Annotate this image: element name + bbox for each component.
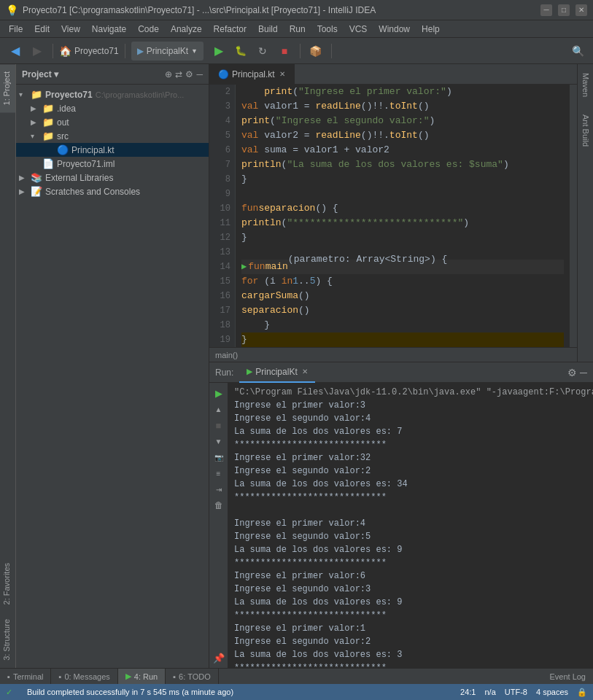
kotlin-file-icon: 🔵	[57, 144, 69, 155]
rerun-btn[interactable]: ▶	[212, 386, 226, 400]
ant-build-tab[interactable]: Ant Build	[579, 109, 592, 152]
status-indent[interactable]: 4 spaces	[536, 688, 568, 696]
minimize-button[interactable]: ─	[540, 4, 552, 16]
tree-arrow-out: ▶	[31, 118, 42, 126]
editor-tab-principal[interactable]: 🔵 Principal.kt ✕	[209, 64, 295, 85]
sidebar-item-project[interactable]: 1: Project	[0, 64, 15, 112]
menu-bar: File Edit View Navigate Code Analyze Ref…	[0, 20, 593, 38]
project-icon: 🏠	[59, 45, 71, 57]
project-settings-btn[interactable]: ⚙	[185, 69, 193, 79]
tab-messages[interactable]: ▪ 0: Messages	[51, 669, 117, 685]
editor-scrollbar[interactable]	[570, 85, 577, 347]
code-line-18: }	[241, 318, 564, 332]
status-position[interactable]: 24:1	[460, 688, 476, 696]
tree-label-external: External Libraries	[45, 173, 113, 183]
menu-code[interactable]: Code	[132, 23, 165, 36]
run-tab-principal[interactable]: ▶ PrincipalKt ✕	[239, 362, 314, 383]
sidebar-item-structure[interactable]: 3: Structure	[0, 612, 15, 668]
code-line-7: println("La suma de los dos valores es: …	[241, 158, 564, 172]
code-area[interactable]: print("Ingrese el primer valor:") val va…	[236, 85, 570, 347]
pin-btn: 📌	[212, 650, 226, 665]
build-artifacts-btn[interactable]: 📦	[306, 42, 325, 61]
tree-label-scratches: Scratches and Consoles	[45, 187, 140, 197]
menu-build[interactable]: Build	[252, 23, 284, 36]
out-folder-icon: 📁	[42, 117, 54, 128]
run-config-selector[interactable]: ▶ PrincipalKt ▼	[131, 42, 204, 61]
toolbar-forward-btn[interactable]: ▶	[28, 42, 47, 61]
stop-button[interactable]: ■	[275, 42, 294, 61]
menu-window[interactable]: Window	[373, 23, 416, 36]
run-settings-btn[interactable]: ⚙	[567, 367, 577, 378]
todo-label: 6: TODO	[179, 672, 211, 681]
tree-item-idea[interactable]: ▶ 📁 .idea	[16, 101, 209, 115]
src-folder-icon: 📁	[42, 131, 54, 141]
menu-run[interactable]: Run	[284, 23, 311, 36]
console-out-12: La suma de los dos valores es: 9	[234, 543, 587, 556]
bottom-panel: Run: ▶ PrincipalKt ✕ ⚙ ─ ▶	[209, 362, 593, 668]
sidebar-left: 1: Project 2: Favorites 3: Structure	[0, 64, 16, 668]
maximize-button[interactable]: □	[558, 4, 570, 16]
profile-button[interactable]: ↻	[253, 42, 272, 61]
run-button[interactable]: ▶	[209, 42, 228, 61]
menu-file[interactable]: File	[3, 23, 28, 36]
restore-layout-btn[interactable]: 📷	[212, 450, 226, 464]
tree-arrow-src: ▾	[31, 132, 42, 140]
scroll-end-btn[interactable]: ⇥	[212, 482, 226, 497]
iml-file-icon: 📄	[42, 158, 54, 169]
down-btn[interactable]: ▼	[212, 434, 226, 448]
right-tabs: Maven Ant Build	[577, 64, 593, 362]
content-row: 1: Project 2: Favorites 3: Structure Pro…	[0, 64, 593, 668]
sidebar-item-favorites[interactable]: 2: Favorites	[0, 556, 15, 612]
tree-item-proyecto71[interactable]: ▾ 📁 Proyecto71 C:\programaskotlin\Pro...	[16, 88, 209, 101]
todo-icon: ▪	[173, 672, 176, 681]
tab-close-btn[interactable]: ✕	[279, 70, 285, 78]
menu-refactor[interactable]: Refactor	[208, 23, 252, 36]
run-minimize-btn[interactable]: ─	[580, 367, 587, 378]
event-log-btn[interactable]: Event Log	[542, 672, 593, 681]
up-btn[interactable]: ▲	[212, 402, 226, 416]
menu-analyze[interactable]: Analyze	[165, 23, 208, 36]
menu-tools[interactable]: Tools	[311, 23, 344, 36]
tree-item-out[interactable]: ▶ 📁 out	[16, 115, 209, 129]
tab-terminal[interactable]: ▪ Terminal	[0, 669, 51, 685]
toolbar-back-btn[interactable]: ◀	[6, 42, 25, 61]
breadcrumb: main()	[209, 347, 577, 362]
tree-item-src[interactable]: ▾ 📁 src	[16, 129, 209, 143]
close-button[interactable]: ✕	[575, 4, 587, 16]
status-encoding[interactable]: UTF-8	[505, 688, 527, 696]
menu-view[interactable]: View	[55, 23, 86, 36]
project-name-area: 🏠 Proyecto71	[59, 45, 119, 57]
tree-item-scratches[interactable]: ▶ 📝 Scratches and Consoles	[16, 184, 209, 198]
menu-edit[interactable]: Edit	[28, 23, 55, 36]
pin-tool-btn[interactable]: 📌	[212, 650, 226, 665]
maven-tab[interactable]: Maven	[579, 67, 592, 103]
menu-navigate[interactable]: Navigate	[86, 23, 132, 36]
run-config-dropdown[interactable]: ▼	[191, 47, 198, 55]
search-everywhere-btn[interactable]: 🔍	[568, 42, 587, 61]
tree-item-principal-kt[interactable]: 🔵 Principal.kt	[16, 143, 209, 157]
project-sync-btn[interactable]: ⇄	[175, 69, 182, 79]
tab-todo[interactable]: ▪ 6: TODO	[166, 669, 219, 685]
project-panel-header: Project ▾ ⊕ ⇄ ⚙ ─	[16, 64, 209, 85]
code-line-9	[241, 187, 564, 201]
coverage-button[interactable]: 🐛	[231, 42, 250, 61]
project-minimize-btn[interactable]: ─	[196, 69, 203, 79]
status-lock-icon: 🔒	[577, 688, 587, 697]
line-numbers: 23456 7891011 1213141516 171819	[209, 85, 236, 347]
run-tab-close[interactable]: ✕	[302, 368, 308, 376]
project-add-btn[interactable]: ⊕	[165, 69, 172, 79]
console-out-4: *****************************	[234, 438, 587, 451]
tree-path-proyecto71: C:\programaskotlin\Pro...	[96, 90, 185, 99]
softclear-btn[interactable]: ≡	[212, 466, 226, 481]
code-line-6: val suma = valor1 + valor2	[241, 143, 564, 158]
clear-btn[interactable]: 🗑	[212, 498, 226, 513]
console-out-14: Ingrese el primer valor:6	[234, 569, 587, 583]
tree-item-external[interactable]: ▶ 📚 External Libraries	[16, 171, 209, 184]
editor-content[interactable]: 23456 7891011 1213141516 171819 print("I…	[209, 85, 577, 347]
stop-run-btn[interactable]: ■	[212, 418, 226, 432]
menu-vcs[interactable]: VCS	[344, 23, 373, 36]
tree-item-iml[interactable]: 📄 Proyecto71.iml	[16, 157, 209, 171]
menu-help[interactable]: Help	[416, 23, 446, 36]
editor-tabs: 🔵 Principal.kt ✕	[209, 64, 577, 85]
tab-run[interactable]: ▶ 4: Run	[118, 669, 166, 685]
